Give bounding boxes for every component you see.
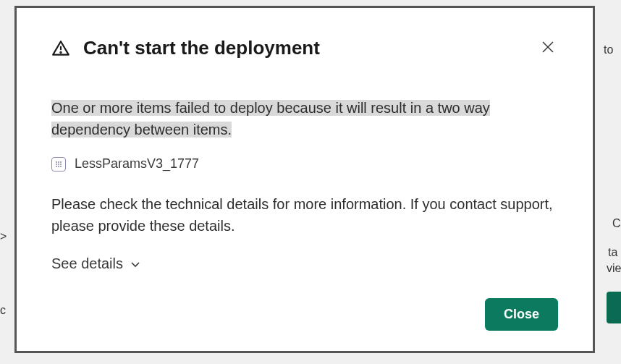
svg-point-5	[58, 161, 59, 163]
error-message-highlight-2: dependency between items.	[51, 122, 232, 137]
close-icon	[541, 40, 555, 56]
svg-point-4	[56, 161, 57, 163]
error-dialog: Can't start the deployment One or more i…	[14, 6, 595, 353]
dialog-header: Can't start the deployment	[51, 37, 558, 59]
svg-point-8	[58, 164, 59, 165]
failed-item-row: LessParamsV3_1777	[51, 156, 558, 172]
svg-point-11	[58, 166, 59, 167]
svg-point-9	[60, 164, 62, 165]
see-details-toggle[interactable]: See details	[51, 255, 140, 272]
svg-point-12	[60, 166, 62, 167]
svg-point-7	[56, 164, 57, 165]
see-details-label: See details	[51, 255, 123, 272]
close-button[interactable]: Close	[485, 298, 558, 331]
bg-fragment: C	[612, 217, 621, 230]
error-message: One or more items failed to deploy becau…	[51, 97, 558, 140]
dialog-footer: Close	[51, 298, 558, 331]
error-message-highlight-1: One or more items failed to deploy becau…	[51, 100, 490, 116]
svg-point-10	[56, 166, 57, 167]
bg-fragment: c	[0, 304, 7, 317]
svg-point-6	[60, 161, 62, 163]
dialog-title: Can't start the deployment	[83, 37, 320, 59]
warning-icon	[51, 39, 70, 58]
close-icon-button[interactable]	[538, 38, 558, 59]
chevron-down-icon	[130, 259, 140, 269]
bg-fragment: >	[0, 230, 7, 243]
bg-fragment: to	[604, 43, 621, 56]
dialog-body: One or more items failed to deploy becau…	[51, 97, 558, 284]
svg-point-1	[60, 51, 61, 52]
bg-fragment: ta	[608, 246, 621, 259]
bg-button-fragment	[607, 292, 621, 323]
failed-item-name: LessParamsV3_1777	[75, 156, 199, 172]
bg-fragment: vie	[607, 262, 621, 275]
dataset-icon	[51, 157, 66, 172]
title-wrap: Can't start the deployment	[51, 37, 320, 59]
instruction-text: Please check the technical details for m…	[51, 193, 558, 237]
